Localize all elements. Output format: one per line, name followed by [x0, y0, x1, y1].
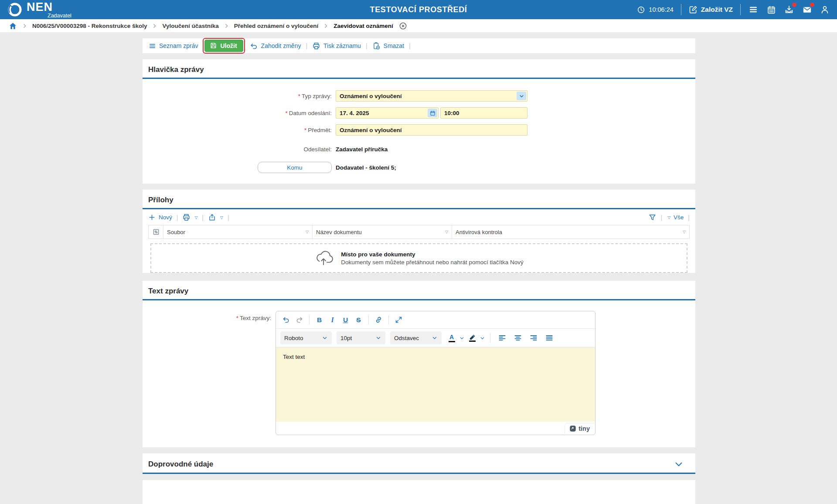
align-justify-icon: [545, 334, 554, 342]
chevron-down-icon: [519, 93, 524, 99]
menu-button[interactable]: [748, 4, 759, 15]
save-button[interactable]: Uložit: [204, 40, 243, 52]
cloud-upload-icon: [314, 249, 334, 267]
italic-button[interactable]: I: [327, 314, 338, 326]
message-list-button[interactable]: Seznam zpráv: [149, 42, 198, 50]
print-attachments-button[interactable]: ▽: [182, 213, 197, 221]
clipboard-delete-icon: [372, 42, 381, 50]
record-toolbar: Seznam zpráv Uložit Zahodit změny |: [143, 38, 695, 53]
calendar-button[interactable]: [766, 4, 776, 15]
messages-button[interactable]: [802, 4, 812, 15]
subject-input[interactable]: Oznámení o vyloučení: [336, 124, 527, 136]
toolbar-divider: [388, 315, 389, 325]
home-button[interactable]: [9, 22, 17, 30]
print-record-button[interactable]: Tisk záznamu: [312, 42, 361, 50]
breadcrumb-item-exclusion[interactable]: Vyloučení účastníka: [162, 23, 218, 29]
column-header-antivirus[interactable]: Antivirová kontrola ▽: [452, 225, 689, 238]
delete-button[interactable]: Smazat: [372, 42, 404, 50]
recipient-value: Dodavatel - školení 5;: [336, 164, 396, 171]
printer-icon: [312, 42, 320, 50]
user-profile-button[interactable]: [820, 4, 830, 15]
align-justify-button[interactable]: [543, 332, 555, 344]
nen-logo[interactable]: NEN Zadavatel: [7, 1, 53, 18]
hamburger-icon: [749, 5, 758, 14]
fullscreen-button[interactable]: [393, 314, 405, 326]
column-filter-icon[interactable]: ▽: [683, 230, 686, 234]
print-menu-caret[interactable]: ▽: [194, 215, 197, 220]
text-color-button[interactable]: A: [446, 332, 457, 344]
sender-label: Odesílatel:: [143, 146, 336, 153]
message-text-label: *Text zprávy:: [143, 311, 276, 435]
font-family-select[interactable]: Roboto: [280, 331, 332, 344]
show-all-filter[interactable]: ▽ Vše: [667, 214, 684, 221]
column-header-file[interactable]: Soubor ▽: [163, 225, 313, 238]
redo-icon: [295, 316, 303, 324]
message-header-section: Hlavička zprávy *Typ zprávy: Oznámení o …: [143, 59, 695, 184]
required-asterisk: *: [236, 315, 238, 321]
highlight-color-caret[interactable]: [480, 335, 485, 341]
discard-changes-button[interactable]: Zahodit změny: [250, 42, 301, 50]
message-type-select[interactable]: Oznámení o vyloučení: [336, 90, 527, 102]
inbox-button[interactable]: [784, 4, 794, 15]
create-vz-button[interactable]: Založit VZ: [689, 5, 733, 14]
breadcrumb-separator: [323, 23, 329, 29]
align-right-button[interactable]: [527, 332, 539, 344]
align-left-button[interactable]: [496, 332, 508, 344]
chevron-down-icon: [375, 335, 381, 341]
section-title-message-text: Text zprávy: [148, 287, 188, 296]
sent-date-input[interactable]: 17. 4. 2025: [336, 107, 439, 119]
date-picker-button[interactable]: [428, 109, 437, 117]
column-filter-icon[interactable]: ▽: [306, 230, 309, 234]
toolbar-separator: |: [688, 214, 690, 221]
column-filter-icon[interactable]: ▽: [445, 230, 448, 234]
strikethrough-button[interactable]: S: [353, 314, 364, 326]
editor-toolbar-formatting: B I U S: [276, 311, 595, 329]
attachments-table-header: Soubor ▽ Název dokumentu ▽ Antivirová ko…: [149, 225, 689, 238]
align-center-button[interactable]: [512, 332, 524, 344]
field-row-subject: *Předmět: Oznámení o vyloučení: [143, 124, 695, 136]
toolbar-separator: |: [202, 214, 204, 221]
editor-toolbar-styles: Roboto 10pt Odstavec A: [276, 329, 595, 347]
undo-button[interactable]: [280, 314, 292, 326]
message-text-input[interactable]: Text text: [276, 347, 595, 422]
breadcrumb-item-contract[interactable]: N006/25/V00003298 - Rekonstrukce školy: [32, 23, 147, 29]
field-row-message-type: *Typ zprávy: Oznámení o vyloučení: [143, 90, 695, 102]
close-tab-button[interactable]: [399, 22, 407, 30]
row-reorder-column[interactable]: [149, 225, 163, 238]
chevron-down-icon: [432, 335, 438, 341]
text-color-caret[interactable]: [459, 335, 465, 341]
redo-button[interactable]: [293, 314, 305, 326]
attachments-table: Soubor ▽ Název dokumentu ▽ Antivirová ko…: [148, 225, 690, 239]
highlight-color-swatch: [469, 341, 476, 342]
text-color-glyph: A: [449, 334, 454, 340]
font-size-select[interactable]: 10pt: [337, 331, 385, 344]
block-format-select[interactable]: Odstavec: [390, 331, 442, 344]
underline-button[interactable]: U: [340, 314, 351, 326]
highlight-color-button[interactable]: [467, 332, 477, 344]
clock-icon: [637, 6, 645, 14]
undo-icon: [282, 316, 290, 324]
tinymce-brand-link[interactable]: tiny: [565, 423, 595, 434]
breadcrumb-item-current: Zaevidovat oznámení: [333, 23, 393, 29]
breadcrumb-separator: [224, 23, 229, 29]
message-type-dropdown-button[interactable]: [517, 92, 526, 100]
section-title-attachments: Přílohy: [148, 196, 174, 204]
link-icon: [374, 316, 383, 324]
recipient-picker-button[interactable]: Komu: [258, 162, 332, 173]
export-menu-caret[interactable]: ▽: [220, 215, 223, 220]
filter-button[interactable]: [648, 213, 657, 221]
section-title-message-header: Hlavička zprávy: [148, 65, 204, 74]
fullscreen-icon: [395, 316, 403, 324]
breadcrumb-item-overview[interactable]: Přehled oznámení o vyloučení: [234, 23, 319, 29]
insert-link-button[interactable]: [373, 314, 384, 326]
new-attachment-button[interactable]: Nový: [148, 214, 172, 221]
attachments-dropzone[interactable]: Místo pro vaše dokumenty Dokumenty sem m…: [150, 243, 687, 273]
attachments-section: Přílohy Nový | ▽ |: [143, 190, 695, 273]
bold-button[interactable]: B: [313, 314, 325, 326]
tiny-logo-icon: [569, 425, 576, 432]
toolbar-divider: [368, 315, 369, 325]
export-attachments-button[interactable]: ▽: [208, 213, 223, 221]
collapse-section-button[interactable]: [674, 460, 684, 469]
sent-time-input[interactable]: 10:00: [440, 107, 527, 119]
column-header-document-name[interactable]: Název dokumentu ▽: [313, 225, 452, 238]
